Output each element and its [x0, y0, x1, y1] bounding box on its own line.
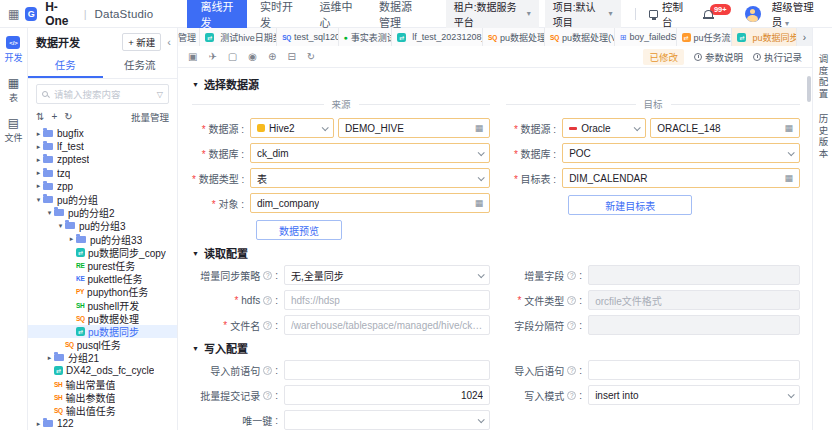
- editor-tab[interactable]: SQpu数据处理•×: [483, 28, 545, 46]
- tree-caret-icon[interactable]: ▾: [56, 222, 65, 230]
- save-icon[interactable]: ▣: [188, 51, 197, 63]
- tab-overflow-chevron[interactable]: ›: [797, 28, 812, 46]
- table-pick-icon[interactable]: [475, 123, 484, 133]
- locate-icon[interactable]: ⊕: [268, 51, 276, 63]
- tree-item[interactable]: SH输出参数值: [28, 391, 177, 404]
- editor-tab[interactable]: SQtest_sql1204×: [277, 28, 338, 46]
- editor-tab[interactable]: SQpu数据处理(V2)×: [545, 28, 615, 46]
- tree-item[interactable]: ▾pu的分组: [28, 193, 177, 206]
- user-menu[interactable]: 超级管理员 ▾: [772, 0, 822, 29]
- tree-caret-icon[interactable]: ▸: [34, 169, 43, 177]
- editor-tab[interactable]: ⊞boy_failedSql×: [615, 28, 677, 46]
- table-pick-icon[interactable]: [475, 198, 484, 208]
- panel-tab-schedule-config[interactable]: 调度配置: [816, 54, 830, 100]
- source-object-input[interactable]: dim_company: [250, 193, 490, 213]
- tree-item[interactable]: pu数据同步: [28, 325, 177, 338]
- help-icon[interactable]: [567, 321, 576, 330]
- sidebar-tab-任务流[interactable]: 任务流: [103, 54, 178, 78]
- target-db-select[interactable]: POC: [562, 143, 800, 163]
- stop-icon[interactable]: ▢: [228, 51, 237, 63]
- tree-caret-icon[interactable]: ▸: [67, 235, 76, 243]
- source-db-select[interactable]: ck_dim: [250, 143, 490, 163]
- tree-caret-icon[interactable]: ▾: [45, 209, 54, 217]
- config-input[interactable]: [284, 360, 490, 380]
- config-input[interactable]: [588, 360, 800, 380]
- section-select-datasource-header[interactable]: ▼ 选择数据源: [192, 76, 802, 92]
- section-write-config-header[interactable]: ▼ 写入配置: [192, 340, 802, 356]
- submit-icon[interactable]: ✈: [208, 51, 216, 63]
- collapse-sidebar-icon[interactable]: ‹: [165, 36, 173, 48]
- editor-tab[interactable]: pu任务流•×: [677, 28, 733, 46]
- tree-item[interactable]: ▸122: [28, 417, 177, 430]
- tree-item[interactable]: ▸zpptest: [28, 153, 177, 166]
- exec-record-link[interactable]: 执行记录: [753, 50, 802, 64]
- apps-grid-icon[interactable]: ▦: [8, 7, 19, 21]
- scrollbar-thumb[interactable]: [807, 76, 811, 102]
- tree-caret-icon[interactable]: ▸: [34, 130, 43, 138]
- tree-item[interactable]: ▸lf_test: [28, 140, 177, 153]
- nav-datasource-mgmt[interactable]: 数据源管理: [366, 0, 434, 28]
- tree-caret-icon[interactable]: ▸: [34, 420, 43, 428]
- create-target-table-button[interactable]: 新建目标表: [568, 195, 692, 215]
- editor-tab[interactable]: lf_test_20231208_01•×: [392, 28, 483, 46]
- tree-item[interactable]: REpurest任务: [28, 259, 177, 272]
- refresh-icon[interactable]: ↻: [64, 111, 72, 123]
- help-icon[interactable]: [567, 391, 576, 400]
- data-preview-button[interactable]: 数据预览: [256, 220, 342, 240]
- run-icon[interactable]: ◉: [248, 51, 257, 63]
- tree-item[interactable]: ▸pu的分组33: [28, 233, 177, 246]
- tree-caret-icon[interactable]: ▾: [34, 196, 43, 204]
- nav-offline-dev[interactable]: 离线开发: [187, 0, 247, 28]
- refresh-icon[interactable]: ↻: [307, 51, 315, 63]
- batch-manage-link[interactable]: 批量管理: [131, 110, 169, 124]
- help-icon[interactable]: [263, 271, 272, 280]
- sidebar-tab-任务[interactable]: 任务: [28, 54, 103, 78]
- editor-tab[interactable]: pu数据同步•×: [732, 28, 796, 46]
- tree-item[interactable]: ▸bugfix: [28, 127, 177, 140]
- collapse-all-icon[interactable]: ⇅: [36, 111, 44, 123]
- tree-item[interactable]: KEpukettle任务: [28, 272, 177, 285]
- notifications-button[interactable]: 99+: [704, 10, 731, 18]
- tree-item[interactable]: SHpushell开发: [28, 298, 177, 311]
- tree-item[interactable]: pu数据同步_copy: [28, 246, 177, 259]
- section-read-config-header[interactable]: ▼ 读取配置: [192, 245, 802, 261]
- help-icon[interactable]: [263, 391, 272, 400]
- tree-item[interactable]: ▸zpp: [28, 180, 177, 193]
- config-select[interactable]: 无,全量同步: [284, 265, 490, 285]
- editor-tab[interactable]: ●事实表测试×: [339, 28, 393, 46]
- tree-caret-icon[interactable]: ▸: [45, 354, 54, 362]
- source-datasource-type-select[interactable]: Hive2: [250, 118, 334, 138]
- nav-realtime-dev[interactable]: 实时开发: [247, 0, 307, 28]
- editor-tab[interactable]: 量管理×: [178, 28, 200, 46]
- param-doc-link[interactable]: 参数说明: [694, 50, 743, 64]
- source-datatype-select[interactable]: 表: [250, 168, 490, 188]
- rail-file[interactable]: ▤文件: [4, 117, 22, 144]
- tree-item[interactable]: DX42_ods_fc_cycle: [28, 364, 177, 377]
- table-pick-icon[interactable]: [784, 173, 793, 183]
- console-button[interactable]: 控制台: [649, 0, 688, 29]
- export-icon[interactable]: ⊟: [287, 51, 295, 63]
- target-datasource-name-input[interactable]: ORACLE_148: [650, 118, 800, 138]
- add-icon[interactable]: +: [51, 111, 57, 123]
- nav-ops-center[interactable]: 运维中心: [306, 0, 366, 28]
- tree-caret-icon[interactable]: ▸: [34, 182, 43, 190]
- search-input[interactable]: [52, 88, 153, 101]
- tree-item[interactable]: ▸分组21: [28, 351, 177, 364]
- help-icon[interactable]: [567, 296, 576, 305]
- tree-item[interactable]: SQpu数据处理: [28, 312, 177, 325]
- config-select[interactable]: insert into: [588, 385, 800, 405]
- tree-item[interactable]: SH输出常量值: [28, 378, 177, 391]
- project-selector[interactable]: 项目:默认项目▾: [545, 0, 621, 32]
- tree-caret-icon[interactable]: ▸: [34, 143, 43, 151]
- source-datasource-name-input[interactable]: DEMO_HIVE: [338, 118, 490, 138]
- help-icon[interactable]: [263, 321, 272, 330]
- rail-table[interactable]: ▦表: [8, 77, 19, 104]
- config-select[interactable]: [284, 410, 490, 430]
- editor-tab[interactable]: 测试hive日期类型×: [200, 28, 277, 46]
- filter-icon[interactable]: ▽: [157, 90, 163, 99]
- tree-caret-icon[interactable]: ▸: [34, 156, 43, 164]
- panel-tab-history-version[interactable]: 历史版本: [816, 114, 830, 160]
- target-datasource-type-select[interactable]: Oracle: [562, 118, 646, 138]
- tree-item[interactable]: SQ输出值任务: [28, 404, 177, 417]
- config-input[interactable]: 1024: [284, 385, 490, 405]
